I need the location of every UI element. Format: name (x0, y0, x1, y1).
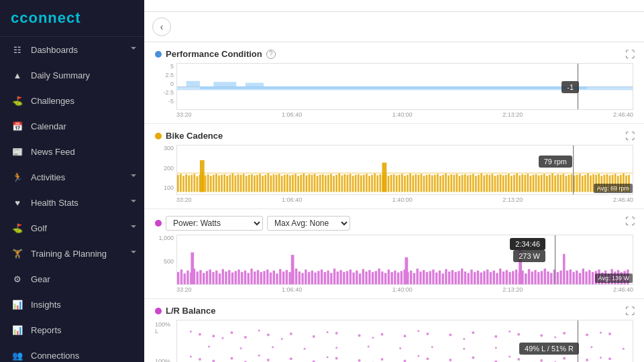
svg-point-342 (608, 333, 611, 335)
performance-condition-x-axis: 33:20 1:06:40 1:40:00 2:13:20 2:46:40 (176, 111, 633, 118)
power-type-dropdown[interactable]: Power: Watts Power: 3s Avg Watts (166, 216, 263, 231)
svg-rect-8 (180, 174, 182, 192)
svg-rect-109 (456, 174, 458, 192)
trophy-icon: ⛳ (11, 94, 24, 107)
bike-cadence-expand[interactable]: ⛶ (625, 131, 635, 141)
svg-rect-129 (511, 176, 513, 192)
bike-cadence-y-axis: 300 200 100 (155, 145, 176, 191)
svg-rect-230 (350, 269, 352, 284)
svg-rect-55 (309, 174, 311, 192)
svg-point-398 (623, 348, 625, 350)
sidebar-item-daily-summary[interactable]: ▲ Daily Summary (0, 62, 144, 88)
sidebar-item-news-feed[interactable]: 📰 News Feed (0, 139, 144, 164)
svg-rect-195 (237, 269, 239, 284)
svg-rect-72 (355, 175, 357, 192)
lr-balance-expand[interactable]: ⛶ (625, 306, 635, 316)
performance-condition-chart-area: -1 33:20 1:06:40 1:40:00 2:13:20 2:46:40 (176, 63, 633, 118)
svg-rect-297 (191, 253, 194, 284)
svg-point-331 (358, 334, 361, 337)
svg-point-384 (600, 357, 602, 359)
svg-rect-7 (177, 175, 179, 192)
svg-rect-238 (375, 271, 377, 284)
svg-rect-194 (235, 271, 237, 284)
svg-rect-47 (286, 174, 288, 192)
svg-rect-206 (273, 271, 275, 284)
svg-rect-220 (317, 271, 319, 284)
svg-rect-148 (562, 174, 564, 192)
back-button[interactable]: ‹ (152, 17, 171, 36)
sidebar-item-golf[interactable]: ⛳ Golf (0, 215, 144, 241)
svg-rect-263 (455, 272, 457, 284)
svg-rect-265 (461, 269, 463, 284)
svg-point-353 (600, 332, 602, 334)
sidebar-item-training[interactable]: 🏋 Training & Planning (0, 241, 144, 266)
lr-balance-dot (155, 308, 162, 314)
svg-rect-2 (213, 82, 236, 86)
svg-rect-295 (557, 272, 559, 284)
svg-rect-46 (284, 175, 286, 192)
power-y-axis: 1,000 500 (155, 235, 176, 281)
svg-point-376 (258, 355, 260, 357)
sidebar-item-insights[interactable]: 📊 Insights (0, 292, 144, 317)
performance-condition-expand[interactable]: ⛶ (625, 49, 635, 60)
svg-point-326 (244, 336, 247, 339)
svg-rect-217 (308, 272, 310, 284)
power-max-avg-dropdown[interactable]: Max Avg: None Max Avg: 20 min (267, 216, 350, 231)
power-chart: 2:34:46 273 W Avg: 139 W (176, 235, 633, 285)
svg-rect-222 (324, 272, 326, 284)
svg-rect-80 (376, 176, 378, 192)
svg-point-372 (586, 359, 588, 361)
svg-point-385 (208, 346, 210, 348)
svg-rect-29 (237, 174, 239, 192)
svg-rect-140 (541, 175, 543, 192)
sidebar-item-gear[interactable]: ⚙ Gear (0, 266, 144, 292)
svg-rect-28 (235, 176, 237, 192)
performance-condition-header: Performance Condition ? (155, 49, 633, 59)
svg-point-363 (381, 358, 384, 361)
svg-rect-232 (356, 271, 358, 284)
svg-point-325 (230, 331, 233, 334)
svg-rect-210 (286, 270, 288, 284)
svg-rect-70 (350, 174, 352, 192)
svg-rect-130 (513, 175, 515, 192)
svg-rect-258 (439, 271, 441, 284)
sidebar-item-reports[interactable]: 📊 Reports (0, 317, 144, 343)
svg-rect-272 (483, 271, 485, 284)
svg-rect-240 (381, 272, 383, 284)
power-expand[interactable]: ⛶ (625, 216, 635, 227)
svg-rect-236 (368, 270, 370, 284)
power-svg (177, 235, 633, 284)
connections-icon: 👥 (11, 349, 24, 362)
svg-rect-153 (576, 175, 578, 192)
svg-rect-178 (184, 274, 186, 284)
bike-cadence-section: Bike Cadence ⛶ 300 200 100 (144, 124, 644, 209)
sidebar-item-dashboards[interactable]: ☷ Dashboards (0, 37, 144, 62)
svg-rect-96 (421, 174, 423, 192)
svg-point-358 (267, 359, 270, 361)
svg-rect-249 (410, 271, 412, 284)
sidebar-item-challenges[interactable]: ⛳ Challenges (0, 88, 144, 113)
svg-rect-147 (559, 175, 561, 192)
sidebar-item-health-stats[interactable]: ♥ Health Stats (0, 190, 144, 215)
svg-rect-17 (205, 176, 207, 192)
sidebar-item-activities[interactable]: 🏃 Activities (0, 164, 144, 190)
lr-balance-header: L/R Balance (155, 306, 633, 316)
svg-rect-229 (346, 271, 348, 284)
svg-rect-56 (311, 175, 313, 192)
svg-rect-176 (177, 272, 179, 284)
sidebar-item-label-challenges: Challenges (31, 96, 74, 106)
sidebar-item-calendar[interactable]: 📅 Calendar (0, 113, 144, 139)
logo-icon: c (11, 9, 19, 26)
sidebar-item-label-calendar: Calendar (31, 121, 66, 131)
sidebar-item-connections[interactable]: 👥 Connections (0, 343, 144, 362)
svg-rect-25 (226, 176, 228, 192)
svg-rect-179 (186, 271, 189, 284)
performance-condition-info[interactable]: ? (266, 50, 276, 59)
svg-rect-239 (378, 269, 380, 284)
svg-rect-187 (212, 272, 214, 284)
svg-rect-117 (478, 175, 480, 192)
svg-rect-291 (544, 269, 546, 284)
svg-rect-113 (467, 176, 469, 192)
svg-rect-246 (400, 271, 402, 284)
svg-rect-39 (264, 175, 266, 192)
